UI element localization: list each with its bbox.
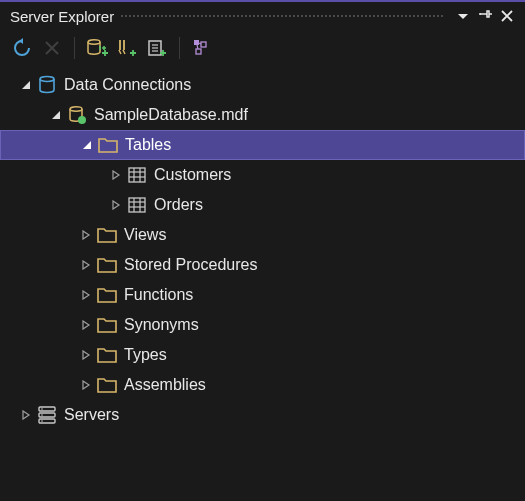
svg-point-28 [41, 414, 43, 416]
svg-point-12 [70, 107, 82, 111]
svg-rect-19 [129, 198, 145, 212]
server-explorer-panel: Server Explorer [0, 0, 525, 501]
collapse-arrow-icon[interactable] [18, 407, 34, 423]
tree-item-types[interactable]: Types [0, 340, 525, 370]
tree-item-label: Customers [154, 166, 231, 184]
close-icon[interactable] [497, 6, 517, 26]
tree-item-sample-database[interactable]: SampleDatabase.mdf [0, 100, 525, 130]
collapse-arrow-icon[interactable] [108, 167, 124, 183]
collapse-arrow-icon[interactable] [78, 377, 94, 393]
tree-item-synonyms[interactable]: Synonyms [0, 310, 525, 340]
svg-point-11 [40, 77, 54, 82]
svg-rect-14 [129, 168, 145, 182]
tree-item-label: Data Connections [64, 76, 191, 94]
svg-point-1 [88, 40, 100, 44]
connect-database-button[interactable] [83, 34, 111, 62]
tree-item-label: Types [124, 346, 167, 364]
panel-title: Server Explorer [10, 8, 114, 25]
tree-item-functions[interactable]: Functions [0, 280, 525, 310]
refresh-button[interactable] [8, 34, 36, 62]
server-icon [36, 404, 58, 426]
folder-icon [96, 344, 118, 366]
expand-arrow-icon[interactable] [79, 137, 95, 153]
toolbar [0, 30, 525, 66]
titlebar: Server Explorer [0, 2, 525, 30]
svg-rect-6 [194, 40, 199, 45]
tree-item-label: Servers [64, 406, 119, 424]
svg-point-29 [41, 420, 43, 422]
collapse-arrow-icon[interactable] [78, 317, 94, 333]
tree-item-label: Tables [125, 136, 171, 154]
stop-button [38, 34, 66, 62]
toolbar-separator [74, 37, 75, 59]
pin-icon[interactable] [475, 6, 495, 26]
folder-icon [96, 254, 118, 276]
folder-icon [96, 284, 118, 306]
toolbar-separator [179, 37, 180, 59]
folder-icon [96, 314, 118, 336]
expand-arrow-icon[interactable] [48, 107, 64, 123]
tree-item-label: Orders [154, 196, 203, 214]
tree-item-label: Stored Procedures [124, 256, 257, 274]
tree-item-data-connections[interactable]: Data Connections [0, 70, 525, 100]
svg-rect-7 [201, 42, 206, 47]
tree-item-servers[interactable]: Servers [0, 400, 525, 430]
collapse-arrow-icon[interactable] [78, 257, 94, 273]
titlebar-grip[interactable] [120, 14, 445, 18]
connect-server-button[interactable] [113, 34, 141, 62]
expand-arrow-icon[interactable] [18, 77, 34, 93]
tree-item-label: SampleDatabase.mdf [94, 106, 248, 124]
collapse-arrow-icon[interactable] [78, 227, 94, 243]
folder-icon [97, 134, 119, 156]
services-button[interactable] [188, 34, 216, 62]
window-position-icon[interactable] [453, 6, 473, 26]
collapse-arrow-icon[interactable] [78, 287, 94, 303]
folder-icon [96, 374, 118, 396]
tree-item-views[interactable]: Views [0, 220, 525, 250]
tree-item-label: Synonyms [124, 316, 199, 334]
collapse-arrow-icon[interactable] [78, 347, 94, 363]
table-icon [126, 164, 148, 186]
tree-view[interactable]: Data Connections SampleDatabase.mdf [0, 66, 525, 434]
tree-item-assemblies[interactable]: Assemblies [0, 370, 525, 400]
table-icon [126, 194, 148, 216]
azure-button[interactable] [143, 34, 171, 62]
folder-icon [96, 224, 118, 246]
tree-item-tables[interactable]: Tables [0, 130, 525, 160]
tree-item-label: Functions [124, 286, 193, 304]
collapse-arrow-icon[interactable] [108, 197, 124, 213]
tree-item-orders[interactable]: Orders [0, 190, 525, 220]
svg-rect-8 [196, 49, 201, 54]
svg-point-13 [78, 116, 86, 124]
tree-item-label: Assemblies [124, 376, 206, 394]
database-connected-icon [66, 104, 88, 126]
svg-point-27 [41, 408, 43, 410]
tree-item-customers[interactable]: Customers [0, 160, 525, 190]
tree-item-label: Views [124, 226, 166, 244]
database-icon [36, 74, 58, 96]
tree-item-stored-procedures[interactable]: Stored Procedures [0, 250, 525, 280]
